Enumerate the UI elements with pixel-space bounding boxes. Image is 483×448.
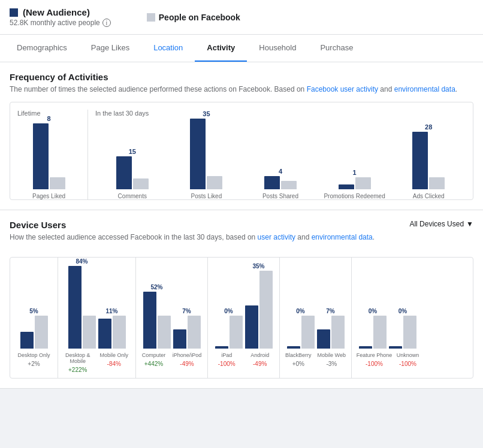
link-env-data-device[interactable]: environmental data [312,233,373,241]
tab-household[interactable]: Household [247,35,308,62]
bar-posts-liked: 35 Posts Liked [172,110,242,199]
tab-purchase[interactable]: Purchase [308,35,365,62]
device-bar-mobile-only: 11% [98,308,126,349]
device-bar-unknown: 0% [389,308,416,349]
device-bar-computer: 52% [143,284,171,349]
chevron-down-icon: ▼ [466,220,473,228]
frequency-title: Frequency of Activities [10,72,473,82]
device-bar-blackberry: 0% [287,308,315,349]
audience-title: (New Audience) [10,7,111,17]
bar-secondary-promotions [355,177,371,189]
bar-primary-posts-liked [190,119,206,189]
device-change-blackberry: +0% [285,358,312,372]
tab-demographics[interactable]: Demographics [5,35,79,62]
device-section: Device Users How the selected audience a… [0,210,483,389]
device-group-ipad-android: 0% 35% [208,258,280,378]
device-group-bb-mweb: 0% 7% [280,258,352,378]
device-bar-desktop-mobile: 84% [68,258,96,349]
chart-group-lifetime: Lifetime 8 Pages Liked [10,110,88,199]
frequency-section: Frequency of Activities The number of ti… [0,62,483,210]
device-title: Device Users [10,220,375,230]
device-change-mobile-web: -3% [318,358,346,372]
device-bars-desktop-mobile: 84% 11% [61,265,133,349]
bars-lifetime: 8 Pages Liked [15,122,83,199]
tab-page-likes[interactable]: Page Likes [79,35,141,62]
audience-count: 52.8K monthly active people i [10,19,111,27]
device-chart: 5% Desktop Only +2% 84% [10,257,473,379]
tab-location[interactable]: Location [141,35,195,62]
bar-secondary-pages-liked [50,177,65,189]
bar-secondary-posts-liked [207,176,222,189]
bar-primary-posts-shared [264,176,280,189]
legend-label: People on Facebook [159,13,240,22]
frequency-chart: Lifetime 8 Pages Liked In the last 30 da… [10,102,473,200]
device-change-unknown: -100% [397,358,419,372]
group-label-30days: In the last 30 days [93,110,468,117]
device-change-computer: +442% [142,358,166,372]
device-change-iphone: -49% [173,358,202,372]
device-bar-android: 35% [245,263,273,349]
bar-primary-pages-liked [33,123,49,189]
device-header: Device Users How the selected audience a… [10,220,473,250]
bar-promotions: 1 Promotions Redeemed [320,169,390,199]
device-bars-desktop-only: 5% [13,265,55,349]
tab-activity[interactable]: Activity [195,35,247,62]
device-change-desktop-mobile: +222% [65,364,90,378]
device-bars-feature-unknown: 0% 0% [354,265,421,349]
audience-info: (New Audience) 52.8K monthly active peop… [10,7,111,27]
legend-square [147,13,155,22]
chart-group-30days: In the last 30 days 15 Comments 35 [88,110,473,199]
device-bar-feature-phone: 0% [359,308,387,349]
device-group-feature-unknown: 0% 0% [352,258,424,378]
app-container: (New Audience) 52.8K monthly active peop… [0,0,483,389]
device-title-block: Device Users How the selected audience a… [10,220,375,250]
device-change-desktop-only: +2% [13,358,55,372]
bar-secondary-posts-shared [281,181,297,189]
device-group-computer: 52% 7% [136,258,208,378]
device-bar-mobile-web: 7% [317,308,345,349]
bar-pages-liked: 8 Pages Liked [20,115,78,199]
audience-color-square [10,8,18,17]
device-change-mobile-only: -84% [99,358,128,372]
bar-primary-comments [116,156,132,189]
link-user-activity-device[interactable]: user activity [258,233,295,241]
bar-posts-shared: 4 Posts Shared [246,168,315,199]
device-bars-bb-mweb: 0% 7% [282,265,349,349]
bar-ads-clicked: 28 Ads Clicked [394,123,463,199]
device-change-feature-phone: -100% [357,358,393,372]
bar-primary-ads-clicked [412,132,428,189]
bar-comments: 15 Comments [98,148,167,199]
device-bar-desktop-only: 5% [20,308,48,349]
device-bars-computer: 52% 7% [138,265,205,349]
link-user-activity[interactable]: Facebook user activity [307,85,378,93]
all-devices-dropdown[interactable]: All Devices Used ▼ [409,220,473,228]
device-group-desktop-mobile: 84% 11% [58,258,136,378]
link-env-data[interactable]: environmental data [394,85,455,93]
device-bars-ipad-android: 0% 35% [210,265,277,349]
all-devices-label: All Devices Used [409,220,464,228]
bar-primary-promotions [339,184,354,189]
device-desc: How the selected audience accessed Faceb… [10,232,375,243]
legend-item: People on Facebook [147,13,240,22]
bar-secondary-ads-clicked [429,177,445,189]
tabs-bar: Demographics Page Likes Location Activit… [0,35,483,62]
bar-secondary-comments [133,178,149,189]
device-bar-ipad: 0% [215,308,243,349]
bars-30days: 15 Comments 35 Posts Liked [93,122,468,199]
device-change-ipad: -100% [218,358,236,372]
device-bar-iphone: 7% [173,308,201,349]
device-change-android: -49% [250,358,269,372]
frequency-desc: The number of times the selected audienc… [10,84,473,95]
audience-name: (New Audience) [23,7,90,17]
info-icon[interactable]: i [102,19,111,27]
header: (New Audience) 52.8K monthly active peop… [0,0,483,35]
device-group-desktop-only: 5% Desktop Only +2% [10,258,58,378]
